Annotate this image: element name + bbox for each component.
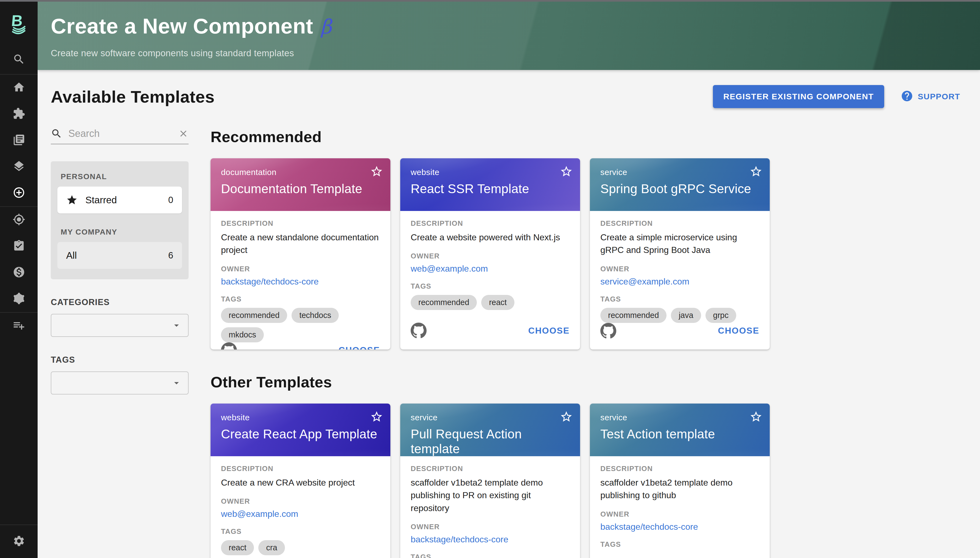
search-icon bbox=[51, 128, 62, 140]
layers-icon bbox=[13, 160, 25, 174]
section-heading: Other Templates bbox=[210, 373, 960, 391]
favorite-star-button[interactable] bbox=[370, 165, 383, 178]
owner-label: OWNER bbox=[411, 252, 570, 260]
card-category: website bbox=[221, 413, 380, 422]
sidebar-item-layers[interactable] bbox=[0, 154, 38, 180]
favorite-star-button[interactable] bbox=[560, 165, 573, 178]
filter-all[interactable]: All 6 bbox=[58, 242, 182, 269]
sidebar-item-tasks[interactable] bbox=[0, 233, 38, 259]
clear-search-icon[interactable] bbox=[178, 128, 189, 139]
card-footer: CHOOSE bbox=[411, 323, 570, 338]
filter-starred[interactable]: Starred 0 bbox=[58, 187, 182, 213]
starred-label: Starred bbox=[86, 195, 117, 205]
filters-panel: PERSONAL Starred 0 MY COMPANY All 6 CATE… bbox=[51, 128, 189, 394]
tags-label: TAGS bbox=[411, 553, 570, 558]
ownership-filter-panel: PERSONAL Starred 0 MY COMPANY All 6 bbox=[51, 161, 189, 279]
tags-row: recommendedtechdocsmkdocs bbox=[221, 308, 380, 342]
tags-row: recommendedjavagrpc bbox=[600, 308, 759, 323]
template-card: service Test Action template DESCRIPTION… bbox=[590, 404, 770, 558]
sidebar-item-register-component[interactable] bbox=[0, 313, 38, 339]
sidebar-item-home[interactable] bbox=[0, 75, 38, 101]
sidebar-item-cost-insights[interactable] bbox=[0, 259, 38, 286]
tags-label: TAGS bbox=[221, 295, 380, 304]
support-label: SUPPORT bbox=[918, 92, 960, 101]
card-header: documentation Documentation Template bbox=[210, 158, 390, 211]
tags-label: TAGS bbox=[600, 295, 759, 304]
card-description: scaffolder v1beta2 template demo publish… bbox=[411, 476, 570, 514]
playlist-add-icon bbox=[13, 319, 25, 333]
choose-link[interactable]: CHOOSE bbox=[528, 326, 570, 336]
card-owner-link[interactable]: web@example.com bbox=[221, 509, 298, 519]
choose-link[interactable]: CHOOSE bbox=[339, 345, 380, 350]
tag-chip: recommended bbox=[411, 295, 477, 310]
tags-select[interactable] bbox=[51, 371, 189, 394]
star-outline-icon bbox=[750, 165, 763, 178]
owner-label: OWNER bbox=[221, 497, 380, 505]
backstage-logo-icon: B bbox=[8, 11, 30, 36]
search-input[interactable] bbox=[68, 128, 178, 140]
tags-label: TAGS bbox=[600, 540, 759, 549]
card-title: React SSR Template bbox=[411, 181, 570, 196]
all-label: All bbox=[66, 250, 77, 261]
card-owner-link[interactable]: backstage/techdocs-core bbox=[221, 277, 319, 287]
sections: Recommended documentation Documentation … bbox=[210, 128, 960, 558]
card-category: service bbox=[600, 413, 759, 422]
card-description: Create a simple microservice using gRPC … bbox=[600, 231, 759, 256]
card-owner-link[interactable]: backstage/techdocs-core bbox=[600, 522, 698, 532]
card-category: documentation bbox=[221, 167, 380, 177]
star-outline-icon bbox=[370, 410, 383, 423]
categories-label: CATEGORIES bbox=[51, 297, 189, 307]
card-owner-link[interactable]: backstage/techdocs-core bbox=[411, 534, 508, 545]
description-label: DESCRIPTION bbox=[600, 219, 759, 228]
register-existing-component-button[interactable]: REGISTER EXISTING COMPONENT bbox=[713, 85, 884, 108]
favorite-star-button[interactable] bbox=[750, 165, 763, 178]
library-books-icon bbox=[13, 134, 25, 147]
card-owner-link[interactable]: web@example.com bbox=[411, 264, 488, 274]
sidebar-item-settings[interactable] bbox=[0, 525, 38, 558]
card-body: DESCRIPTION Create a new CRA website pro… bbox=[210, 456, 390, 558]
card-grid: documentation Documentation Template DES… bbox=[210, 158, 960, 350]
star-outline-icon bbox=[750, 410, 763, 423]
sidebar-item-create[interactable] bbox=[0, 180, 38, 206]
card-header: service Spring Boot gRPC Service bbox=[590, 158, 770, 211]
template-search bbox=[51, 128, 189, 144]
description-label: DESCRIPTION bbox=[411, 219, 570, 228]
target-icon bbox=[13, 213, 25, 227]
card-description: Create a new CRA website project bbox=[221, 476, 380, 489]
page-title: Create a New Component bbox=[51, 14, 313, 39]
template-card: service Pull Request Action template DES… bbox=[400, 404, 580, 558]
beta-badge: β bbox=[321, 15, 332, 38]
favorite-star-button[interactable] bbox=[370, 410, 383, 423]
card-body: DESCRIPTION scaffolder v1beta2 template … bbox=[400, 456, 580, 558]
categories-select[interactable] bbox=[51, 314, 189, 337]
help-icon bbox=[901, 90, 913, 103]
card-title: Documentation Template bbox=[221, 181, 380, 196]
sidebar-item-search[interactable] bbox=[0, 46, 38, 74]
description-label: DESCRIPTION bbox=[600, 464, 759, 473]
card-body: DESCRIPTION Create a simple microservice… bbox=[590, 211, 770, 350]
description-label: DESCRIPTION bbox=[221, 464, 380, 473]
sidebar-item-docs[interactable] bbox=[0, 127, 38, 154]
card-body: DESCRIPTION Create a website powered wit… bbox=[400, 211, 580, 350]
dollar-icon bbox=[13, 266, 25, 279]
card-owner-link[interactable]: service@example.com bbox=[600, 277, 689, 287]
puzzle-icon bbox=[13, 107, 25, 121]
search-icon bbox=[13, 53, 25, 67]
tag-chip: recommended bbox=[221, 308, 287, 323]
favorite-star-button[interactable] bbox=[750, 410, 763, 423]
favorite-star-button[interactable] bbox=[560, 410, 573, 423]
description-label: DESCRIPTION bbox=[411, 464, 570, 473]
card-header: website React SSR Template bbox=[400, 158, 580, 211]
sidebar-item-graphiql[interactable] bbox=[0, 286, 38, 312]
tag-chip: techdocs bbox=[291, 308, 339, 323]
content-title: Available Templates bbox=[51, 87, 215, 107]
owner-label: OWNER bbox=[600, 265, 759, 273]
window-top-strip bbox=[0, 0, 980, 2]
sidebar-item-logo[interactable]: B bbox=[0, 2, 38, 46]
tags-label: TAGS bbox=[51, 355, 189, 365]
choose-link[interactable]: CHOOSE bbox=[718, 326, 759, 336]
support-button[interactable]: SUPPORT bbox=[901, 90, 960, 103]
sidebar-item-extensions[interactable] bbox=[0, 101, 38, 127]
tag-chip: cra bbox=[258, 540, 284, 555]
sidebar-item-tech-radar[interactable] bbox=[0, 207, 38, 233]
